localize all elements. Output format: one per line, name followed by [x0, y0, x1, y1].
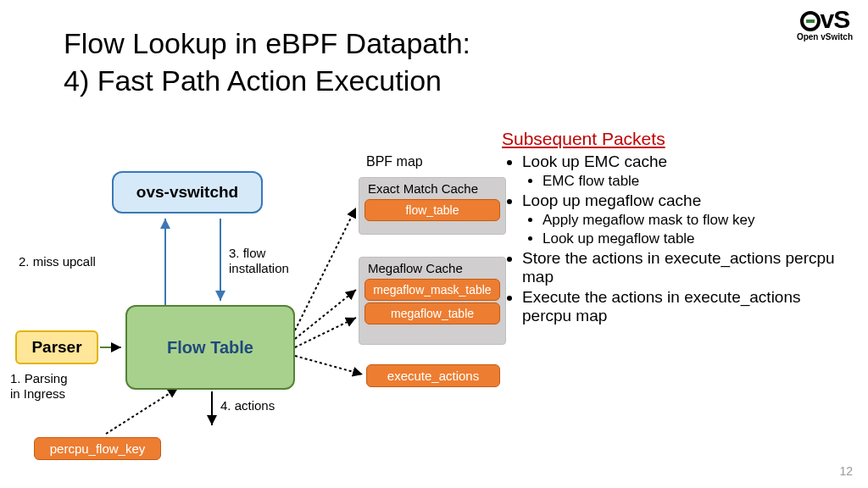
label-miss-upcall: 2. miss upcall [19, 254, 96, 269]
side-item: Loop up megaflow cache Apply megaflow ma… [522, 191, 854, 247]
label-parsing: 1. Parsing in Ingress [10, 371, 68, 402]
logo-mark: vS [797, 7, 853, 32]
box-flow-table: Flow Table [125, 305, 295, 390]
svg-line-8 [295, 356, 363, 374]
svg-line-6 [295, 290, 356, 339]
side-item: Execute the actions in execute_actions p… [522, 288, 854, 325]
side-item: Look up EMC cache EMC flow table [522, 152, 854, 190]
box-ovs-vswitchd: ovs-vswitchd [112, 171, 263, 214]
side-heading: Subsequent Packets [502, 129, 854, 149]
side-panel: Subsequent Packets Look up EMC cache EMC… [502, 129, 854, 327]
megaflow-table: megaflow_table [364, 302, 500, 324]
diagram: ovs-vswitchd Parser Flow Table percpu_fl… [0, 127, 492, 483]
logo-sub: Open vSwitch [797, 32, 853, 42]
box-percpu-flow-key: percpu_flow_key [34, 437, 161, 460]
side-subitem: Apply megaflow mask to flow key [542, 212, 854, 229]
box-megaflow: Megaflow Cache megaflow_mask_table megaf… [359, 257, 506, 345]
box-execute-actions: execute_actions [366, 364, 500, 387]
side-subitem: EMC flow table [542, 173, 854, 190]
svg-line-4 [106, 388, 178, 434]
emc-flow-table: flow_table [364, 199, 500, 221]
title-line-2: 4) Fast Path Action Execution [64, 63, 470, 100]
megaflow-title: Megaflow Cache [359, 258, 505, 277]
megaflow-mask-table: megaflow_mask_table [364, 279, 500, 301]
title-line-1: Flow Lookup in eBPF Datapath: [64, 25, 470, 63]
logo: vS Open vSwitch [797, 7, 853, 42]
side-list: Look up EMC cache EMC flow table Loop up… [522, 152, 854, 325]
box-emc: Exact Match Cache flow_table [359, 177, 506, 235]
side-item: Store the actions in execute_actions per… [522, 249, 854, 286]
svg-line-5 [295, 208, 356, 330]
label-bpf-map: BPF map [366, 154, 423, 169]
svg-line-7 [295, 318, 356, 347]
label-actions: 4. actions [220, 398, 275, 413]
box-parser: Parser [15, 330, 98, 364]
slide-title: Flow Lookup in eBPF Datapath: 4) Fast Pa… [64, 25, 470, 99]
emc-title: Exact Match Cache [359, 178, 505, 197]
page-number: 12 [839, 464, 853, 478]
side-subitem: Look up megaflow table [542, 230, 854, 247]
label-flow-install: 3. flow installation [229, 246, 289, 276]
